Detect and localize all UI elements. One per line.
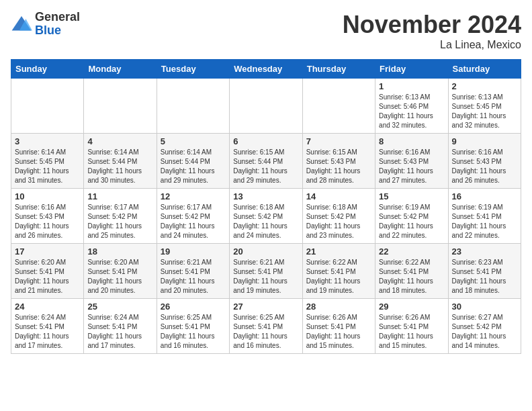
day-info: Sunrise: 6:22 AM Sunset: 5:41 PM Dayligh…: [379, 258, 444, 295]
day-number: 25: [87, 302, 152, 312]
day-info: Sunrise: 6:18 AM Sunset: 5:42 PM Dayligh…: [306, 203, 371, 240]
day-info: Sunrise: 6:21 AM Sunset: 5:41 PM Dayligh…: [233, 258, 298, 295]
day-number: 28: [306, 302, 371, 312]
logo-blue: Blue: [35, 24, 80, 38]
day-info: Sunrise: 6:20 AM Sunset: 5:41 PM Dayligh…: [15, 258, 80, 295]
day-info: Sunrise: 6:17 AM Sunset: 5:42 PM Dayligh…: [161, 203, 226, 240]
day-info: Sunrise: 6:23 AM Sunset: 5:41 PM Dayligh…: [452, 258, 517, 295]
calendar-cell: 23Sunrise: 6:23 AM Sunset: 5:41 PM Dayli…: [448, 244, 521, 299]
calendar-cell: [84, 79, 157, 134]
calendar-cell: 13Sunrise: 6:18 AM Sunset: 5:42 PM Dayli…: [230, 189, 302, 244]
month-title: November 2024: [343, 11, 521, 39]
calendar-cell: 11Sunrise: 6:17 AM Sunset: 5:42 PM Dayli…: [84, 189, 157, 244]
day-info: Sunrise: 6:16 AM Sunset: 5:43 PM Dayligh…: [379, 148, 444, 185]
day-number: 1: [379, 81, 444, 91]
calendar-cell: 15Sunrise: 6:19 AM Sunset: 5:42 PM Dayli…: [375, 189, 448, 244]
calendar-cell: 20Sunrise: 6:21 AM Sunset: 5:41 PM Dayli…: [230, 244, 302, 299]
day-number: 17: [15, 246, 80, 257]
day-number: 13: [233, 191, 298, 201]
day-info: Sunrise: 6:25 AM Sunset: 5:41 PM Dayligh…: [161, 313, 226, 351]
calendar-cell: 14Sunrise: 6:18 AM Sunset: 5:42 PM Dayli…: [302, 189, 375, 244]
day-number: 27: [233, 302, 298, 312]
day-number: 18: [87, 246, 152, 257]
day-number: 14: [306, 191, 371, 201]
day-info: Sunrise: 6:14 AM Sunset: 5:45 PM Dayligh…: [15, 148, 80, 185]
calendar-cell: 4Sunrise: 6:14 AM Sunset: 5:44 PM Daylig…: [84, 134, 157, 189]
calendar-cell: [302, 79, 375, 134]
calendar-cell: 21Sunrise: 6:22 AM Sunset: 5:41 PM Dayli…: [302, 244, 375, 299]
page-header: General Blue November 2024 La Linea, Mex…: [11, 11, 521, 51]
day-number: 6: [233, 136, 298, 146]
day-info: Sunrise: 6:16 AM Sunset: 5:43 PM Dayligh…: [452, 148, 517, 185]
day-info: Sunrise: 6:14 AM Sunset: 5:44 PM Dayligh…: [161, 148, 226, 185]
header-tuesday: Tuesday: [157, 60, 229, 79]
day-info: Sunrise: 6:26 AM Sunset: 5:41 PM Dayligh…: [306, 313, 371, 351]
day-number: 26: [161, 302, 226, 312]
calendar-cell: 18Sunrise: 6:20 AM Sunset: 5:41 PM Dayli…: [84, 244, 157, 299]
calendar-cell: [230, 79, 302, 134]
calendar-body: 1Sunrise: 6:13 AM Sunset: 5:46 PM Daylig…: [11, 79, 521, 354]
calendar-header: SundayMondayTuesdayWednesdayThursdayFrid…: [11, 60, 521, 79]
calendar-cell: 3Sunrise: 6:14 AM Sunset: 5:45 PM Daylig…: [11, 134, 84, 189]
day-number: 7: [306, 136, 371, 146]
calendar-cell: 30Sunrise: 6:27 AM Sunset: 5:42 PM Dayli…: [448, 299, 521, 354]
day-info: Sunrise: 6:15 AM Sunset: 5:43 PM Dayligh…: [306, 148, 371, 185]
calendar-cell: 10Sunrise: 6:16 AM Sunset: 5:43 PM Dayli…: [11, 189, 84, 244]
calendar-cell: 29Sunrise: 6:26 AM Sunset: 5:41 PM Dayli…: [375, 299, 448, 354]
day-number: 15: [379, 191, 444, 201]
day-info: Sunrise: 6:18 AM Sunset: 5:42 PM Dayligh…: [233, 203, 298, 240]
day-info: Sunrise: 6:25 AM Sunset: 5:41 PM Dayligh…: [233, 313, 298, 351]
header-monday: Monday: [84, 60, 157, 79]
logo-general: General: [35, 11, 80, 24]
calendar-cell: 1Sunrise: 6:13 AM Sunset: 5:46 PM Daylig…: [375, 79, 448, 134]
header-row: SundayMondayTuesdayWednesdayThursdayFrid…: [11, 60, 521, 79]
calendar-cell: [11, 79, 84, 134]
day-info: Sunrise: 6:13 AM Sunset: 5:46 PM Dayligh…: [379, 93, 444, 130]
calendar-cell: 28Sunrise: 6:26 AM Sunset: 5:41 PM Dayli…: [302, 299, 375, 354]
day-number: 3: [15, 136, 80, 146]
day-number: 24: [15, 302, 80, 312]
week-row-4: 17Sunrise: 6:20 AM Sunset: 5:41 PM Dayli…: [11, 244, 521, 299]
header-thursday: Thursday: [302, 60, 375, 79]
calendar-cell: 26Sunrise: 6:25 AM Sunset: 5:41 PM Dayli…: [157, 299, 229, 354]
day-info: Sunrise: 6:27 AM Sunset: 5:42 PM Dayligh…: [452, 313, 517, 351]
header-wednesday: Wednesday: [230, 60, 302, 79]
week-row-3: 10Sunrise: 6:16 AM Sunset: 5:43 PM Dayli…: [11, 189, 521, 244]
calendar-cell: 17Sunrise: 6:20 AM Sunset: 5:41 PM Dayli…: [11, 244, 84, 299]
day-info: Sunrise: 6:26 AM Sunset: 5:41 PM Dayligh…: [379, 313, 444, 351]
day-info: Sunrise: 6:22 AM Sunset: 5:41 PM Dayligh…: [306, 258, 371, 295]
day-number: 29: [379, 302, 444, 312]
day-number: 16: [452, 191, 517, 201]
calendar-cell: 12Sunrise: 6:17 AM Sunset: 5:42 PM Dayli…: [157, 189, 229, 244]
day-number: 9: [452, 136, 517, 146]
calendar-cell: 25Sunrise: 6:24 AM Sunset: 5:41 PM Dayli…: [84, 299, 157, 354]
day-number: 12: [161, 191, 226, 201]
day-number: 23: [452, 246, 517, 257]
title-block: November 2024 La Linea, Mexico: [343, 11, 521, 51]
day-number: 5: [161, 136, 226, 146]
day-info: Sunrise: 6:14 AM Sunset: 5:44 PM Dayligh…: [87, 148, 152, 185]
day-number: 2: [452, 81, 517, 91]
day-number: 10: [15, 191, 80, 201]
calendar-cell: 22Sunrise: 6:22 AM Sunset: 5:41 PM Dayli…: [375, 244, 448, 299]
day-info: Sunrise: 6:24 AM Sunset: 5:41 PM Dayligh…: [87, 313, 152, 351]
logo-icon: [11, 13, 32, 35]
day-info: Sunrise: 6:21 AM Sunset: 5:41 PM Dayligh…: [161, 258, 226, 295]
day-number: 4: [87, 136, 152, 146]
day-info: Sunrise: 6:19 AM Sunset: 5:42 PM Dayligh…: [379, 203, 444, 240]
day-info: Sunrise: 6:17 AM Sunset: 5:42 PM Dayligh…: [87, 203, 152, 240]
day-number: 21: [306, 246, 371, 257]
calendar-cell: 27Sunrise: 6:25 AM Sunset: 5:41 PM Dayli…: [230, 299, 302, 354]
week-row-5: 24Sunrise: 6:24 AM Sunset: 5:41 PM Dayli…: [11, 299, 521, 354]
calendar-cell: 24Sunrise: 6:24 AM Sunset: 5:41 PM Dayli…: [11, 299, 84, 354]
header-friday: Friday: [375, 60, 448, 79]
calendar-cell: 2Sunrise: 6:13 AM Sunset: 5:45 PM Daylig…: [448, 79, 521, 134]
logo-text: General Blue: [35, 11, 80, 38]
location: La Linea, Mexico: [343, 39, 521, 51]
week-row-1: 1Sunrise: 6:13 AM Sunset: 5:46 PM Daylig…: [11, 79, 521, 134]
day-number: 19: [161, 246, 226, 257]
header-sunday: Sunday: [11, 60, 84, 79]
day-number: 22: [379, 246, 444, 257]
calendar-cell: 5Sunrise: 6:14 AM Sunset: 5:44 PM Daylig…: [157, 134, 229, 189]
day-number: 8: [379, 136, 444, 146]
